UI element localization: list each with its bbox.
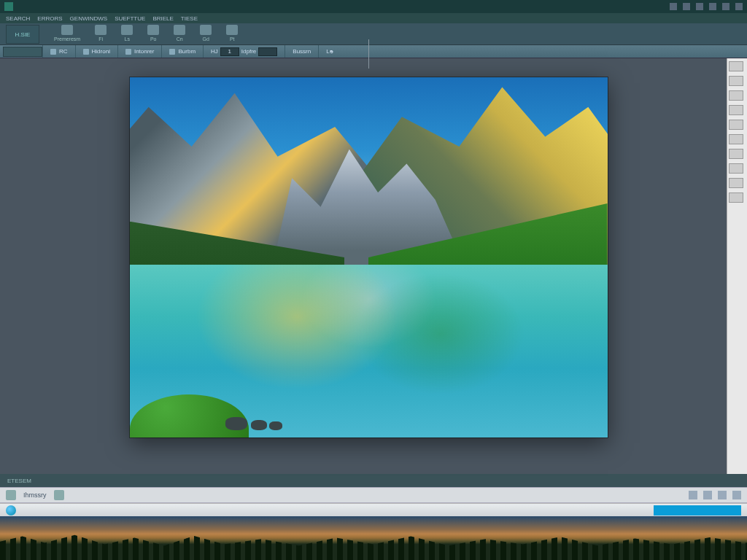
workspace xyxy=(0,58,747,474)
tool-icon xyxy=(95,25,107,35)
ribbon-button[interactable]: Po xyxy=(147,25,159,42)
option-icon xyxy=(50,49,56,55)
options-item[interactable]: Burbm xyxy=(161,45,203,58)
ribbon-button-label: Cn xyxy=(177,36,183,42)
panel-icon[interactable] xyxy=(729,61,743,71)
panel-icon[interactable] xyxy=(729,120,743,130)
options-item[interactable]: Hidroni xyxy=(75,45,117,58)
ribbon-button[interactable]: Fi xyxy=(95,25,107,42)
tray-icon[interactable] xyxy=(735,3,743,10)
options-left-tab[interactable] xyxy=(3,47,42,57)
options-bar: RC Hidroni Intonrer Burbm HJ Idpfre Buss… xyxy=(0,45,747,58)
options-item[interactable]: Lə xyxy=(318,45,340,58)
field-label: Idpfre xyxy=(241,48,256,55)
status-bar-light: Ihmssry xyxy=(0,487,747,503)
tray-icon[interactable] xyxy=(670,3,677,10)
panel-icon[interactable] xyxy=(729,192,743,203)
guide-line[interactable] xyxy=(368,39,369,69)
tool-icon xyxy=(121,25,133,35)
menu-bar: SEARCH ERRORS GENWINDWS SUEFTTUE BRIELE … xyxy=(0,13,747,23)
options-item[interactable]: RC xyxy=(42,45,75,58)
app-icon[interactable] xyxy=(4,2,13,11)
options-label: Lə xyxy=(326,48,333,55)
ribbon-button-label: Gd xyxy=(203,36,209,42)
ribbon-toolbar: H.SIE Premeresm Fi Ls Po Cn Gd Pt xyxy=(0,23,747,45)
option-icon xyxy=(125,49,131,55)
tray-icon[interactable] xyxy=(683,3,690,10)
option-icon xyxy=(169,49,175,55)
menu-item[interactable]: GENWINDWS xyxy=(70,15,108,22)
options-field: HJ Idpfre xyxy=(203,45,285,58)
start-orb-icon[interactable] xyxy=(6,505,16,516)
right-panel xyxy=(727,58,747,474)
ribbon-button-label: Pt xyxy=(230,36,235,42)
tray-icon[interactable] xyxy=(696,3,703,10)
status-icon[interactable] xyxy=(54,490,64,500)
ribbon-button-label: Premeresm xyxy=(54,36,80,42)
options-label: Burbm xyxy=(178,48,196,55)
ribbon-left-tab[interactable]: H.SIE xyxy=(6,25,39,44)
panel-icon[interactable] xyxy=(729,76,743,86)
menu-item[interactable]: TIESE xyxy=(181,15,198,22)
tray-icon[interactable] xyxy=(722,3,729,10)
image-canvas[interactable] xyxy=(130,77,608,438)
field-input[interactable] xyxy=(258,47,277,56)
options-item[interactable]: Bussrn xyxy=(285,45,318,58)
menu-item[interactable]: SUEFTTUE xyxy=(115,15,145,22)
tool-icon xyxy=(226,25,238,35)
field-input[interactable] xyxy=(220,47,239,56)
status-icon[interactable] xyxy=(6,490,16,500)
options-item[interactable]: Intonrer xyxy=(117,45,162,58)
tray-icon[interactable] xyxy=(709,3,716,10)
ribbon-button[interactable]: Ls xyxy=(121,25,133,42)
tool-icon xyxy=(147,25,159,35)
tool-icon xyxy=(200,25,212,35)
ribbon-button[interactable]: Pt xyxy=(226,25,238,42)
menu-item[interactable]: BRIELE xyxy=(152,15,173,22)
options-label: Intonrer xyxy=(134,48,155,55)
ribbon-button-label: Po xyxy=(150,36,157,42)
status-mini-icon[interactable] xyxy=(703,491,712,499)
status-mini-icon[interactable] xyxy=(718,491,727,499)
panel-icon[interactable] xyxy=(729,178,743,188)
options-label: Bussrn xyxy=(293,48,311,55)
panel-icon[interactable] xyxy=(729,105,743,115)
ribbon-button-label: Ls xyxy=(124,36,129,42)
painting-foreground-rocks xyxy=(225,409,311,431)
option-icon xyxy=(83,49,89,55)
titlebar xyxy=(0,0,747,13)
panel-icon[interactable] xyxy=(729,163,743,174)
panel-icon[interactable] xyxy=(729,134,743,144)
tool-icon xyxy=(61,25,73,35)
field-label: HJ xyxy=(211,48,218,55)
ribbon-button-label: Fi xyxy=(98,36,103,42)
status-text: Ihmssry xyxy=(23,491,47,499)
left-gutter xyxy=(0,58,10,474)
menu-item[interactable]: SEARCH xyxy=(6,15,30,22)
system-tray xyxy=(670,3,743,10)
options-label: RC xyxy=(59,48,68,55)
ribbon-button[interactable]: Premeresm xyxy=(54,25,80,42)
menu-item[interactable]: ERRORS xyxy=(37,15,62,22)
status-label: ETESEM xyxy=(7,478,31,484)
desktop-preview xyxy=(0,516,747,560)
options-label: Hidroni xyxy=(92,48,110,55)
ribbon-button[interactable]: Gd xyxy=(200,25,212,42)
ribbon-button[interactable]: Cn xyxy=(174,25,185,42)
status-right-icons xyxy=(689,491,741,499)
status-mini-icon[interactable] xyxy=(732,491,741,499)
desktop-trees xyxy=(0,534,747,560)
panel-icon[interactable] xyxy=(729,90,743,101)
canvas-area[interactable] xyxy=(10,58,727,474)
status-bar-dark: ETESEM xyxy=(0,474,747,487)
taskbar-strip xyxy=(0,503,747,516)
taskbar-accent[interactable] xyxy=(654,505,741,516)
tool-icon xyxy=(174,25,185,35)
panel-icon[interactable] xyxy=(729,149,743,159)
status-mini-icon[interactable] xyxy=(689,491,697,499)
